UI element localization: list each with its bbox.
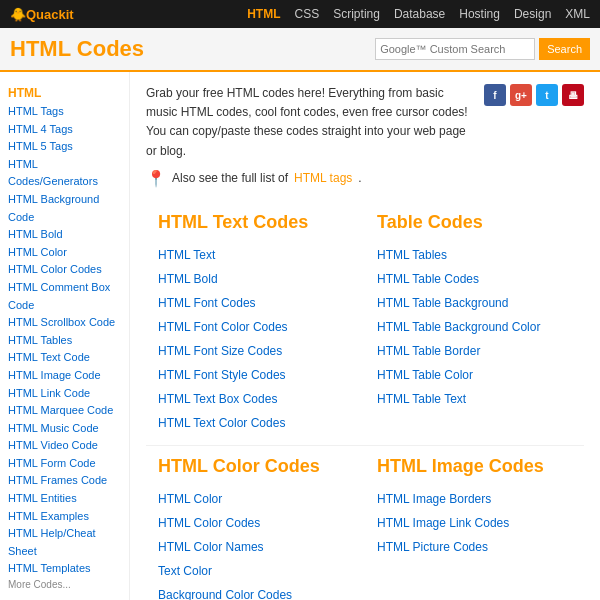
sidebar-html-title: HTML (8, 86, 121, 100)
nav-scripting[interactable]: Scripting (333, 7, 380, 21)
sidebar-link-html4[interactable]: HTML 4 Tags (8, 121, 121, 139)
sidebar: HTML HTML Tags HTML 4 Tags HTML 5 Tags H… (0, 72, 130, 600)
sidebar-link-form[interactable]: HTML Form Code (8, 455, 121, 473)
sidebar-link-html-tags[interactable]: HTML Tags (8, 103, 121, 121)
intro-text: Grab your free HTML codes here! Everythi… (146, 84, 474, 161)
section-table-codes: Table Codes HTML Tables HTML Table Codes… (365, 202, 584, 446)
pin-icon: 📍 (146, 169, 166, 188)
nav-links: HTML CSS Scripting Database Hosting Desi… (247, 7, 590, 21)
link-image-borders[interactable]: HTML Image Borders (377, 487, 572, 511)
html-tags-link[interactable]: HTML tags (294, 171, 352, 185)
section-color-codes: HTML Color Codes HTML Color HTML Color C… (146, 446, 365, 600)
main-content: Grab your free HTML codes here! Everythi… (130, 72, 600, 600)
sidebar-link-video[interactable]: HTML Video Code (8, 437, 121, 455)
sidebar-link-entities[interactable]: HTML Entities (8, 490, 121, 508)
sidebar-link-examples[interactable]: HTML Examples (8, 508, 121, 526)
sections-grid: HTML Text Codes HTML Text HTML Bold HTML… (146, 202, 584, 600)
facebook-button[interactable]: f (484, 84, 506, 106)
link-table-codes[interactable]: HTML Table Codes (377, 267, 572, 291)
nav-hosting[interactable]: Hosting (459, 7, 500, 21)
link-html-color[interactable]: HTML Color (158, 487, 353, 511)
link-html-textbox[interactable]: HTML Text Box Codes (158, 387, 353, 411)
link-color-codes[interactable]: HTML Color Codes (158, 511, 353, 535)
sidebar-link-scrollbox[interactable]: HTML Scrollbox Code (8, 314, 121, 332)
link-color-names[interactable]: HTML Color Names (158, 535, 353, 559)
link-table-color[interactable]: HTML Table Color (377, 363, 572, 387)
link-text-color[interactable]: Text Color (158, 559, 353, 583)
social-icons: f g+ t 🖶 (484, 84, 584, 169)
link-html-font-style[interactable]: HTML Font Style Codes (158, 363, 353, 387)
nav-database[interactable]: Database (394, 7, 445, 21)
nav-css[interactable]: CSS (295, 7, 320, 21)
section-table-title: Table Codes (377, 212, 572, 233)
top-navigation: 🐥Quackit HTML CSS Scripting Database Hos… (0, 0, 600, 28)
nav-design[interactable]: Design (514, 7, 551, 21)
link-picture-codes[interactable]: HTML Picture Codes (377, 535, 572, 559)
sidebar-link-text-code[interactable]: HTML Text Code (8, 349, 121, 367)
section-text-codes: HTML Text Codes HTML Text HTML Bold HTML… (146, 202, 365, 446)
link-table-bg-color[interactable]: HTML Table Background Color (377, 315, 572, 339)
link-bg-color-codes[interactable]: Background Color Codes (158, 583, 353, 600)
link-html-tables[interactable]: HTML Tables (377, 243, 572, 267)
link-html-font-color[interactable]: HTML Font Color Codes (158, 315, 353, 339)
link-html-font-size[interactable]: HTML Font Size Codes (158, 339, 353, 363)
header: HTML Codes Search (0, 28, 600, 72)
link-table-bg[interactable]: HTML Table Background (377, 291, 572, 315)
sidebar-link-link[interactable]: HTML Link Code (8, 385, 121, 403)
sidebar-link-tables[interactable]: HTML Tables (8, 332, 121, 350)
logo[interactable]: 🐥Quackit (10, 7, 74, 22)
sidebar-link-codes-gen[interactable]: HTML Codes/Generators (8, 156, 121, 191)
layout: HTML HTML Tags HTML 4 Tags HTML 5 Tags H… (0, 72, 600, 600)
sidebar-link-cheatsheet[interactable]: HTML Help/Cheat Sheet (8, 525, 121, 560)
also-see-period: . (358, 171, 361, 185)
section-image-codes: HTML Image Codes HTML Image Borders HTML… (365, 446, 584, 600)
sidebar-link-color-codes[interactable]: HTML Color Codes (8, 261, 121, 279)
search-container: Search (375, 38, 590, 60)
sidebar-link-templates[interactable]: HTML Templates (8, 560, 121, 578)
sidebar-link-color[interactable]: HTML Color (8, 244, 121, 262)
sidebar-link-image[interactable]: HTML Image Code (8, 367, 121, 385)
sidebar-link-marquee[interactable]: HTML Marquee Code (8, 402, 121, 420)
search-button[interactable]: Search (539, 38, 590, 60)
nav-html[interactable]: HTML (247, 7, 280, 21)
also-see: 📍 Also see the full list of HTML tags . (146, 169, 584, 188)
link-table-border[interactable]: HTML Table Border (377, 339, 572, 363)
sidebar-link-bg-code[interactable]: HTML Background Code (8, 191, 121, 226)
link-html-text-color[interactable]: HTML Text Color Codes (158, 411, 353, 435)
section-color-title: HTML Color Codes (158, 456, 353, 477)
intro-row: Grab your free HTML codes here! Everythi… (146, 84, 584, 169)
twitter-button[interactable]: t (536, 84, 558, 106)
link-html-font[interactable]: HTML Font Codes (158, 291, 353, 315)
sidebar-link-music[interactable]: HTML Music Code (8, 420, 121, 438)
section-image-title: HTML Image Codes (377, 456, 572, 477)
link-html-bold[interactable]: HTML Bold (158, 267, 353, 291)
link-image-link[interactable]: HTML Image Link Codes (377, 511, 572, 535)
sidebar-link-bold[interactable]: HTML Bold (8, 226, 121, 244)
nav-xml[interactable]: XML (565, 7, 590, 21)
sidebar-link-frames[interactable]: HTML Frames Code (8, 472, 121, 490)
googleplus-button[interactable]: g+ (510, 84, 532, 106)
sidebar-link-comment[interactable]: HTML Comment Box Code (8, 279, 121, 314)
page-title: HTML Codes (10, 36, 144, 62)
section-text-title: HTML Text Codes (158, 212, 353, 233)
sidebar-link-gen-html[interactable]: HTML Generator (8, 596, 121, 600)
link-html-text[interactable]: HTML Text (158, 243, 353, 267)
link-table-text[interactable]: HTML Table Text (377, 387, 572, 411)
search-input[interactable] (375, 38, 535, 60)
also-see-text: Also see the full list of (172, 171, 288, 185)
print-button[interactable]: 🖶 (562, 84, 584, 106)
sidebar-more-codes[interactable]: More Codes... (8, 579, 71, 590)
sidebar-link-html5[interactable]: HTML 5 Tags (8, 138, 121, 156)
